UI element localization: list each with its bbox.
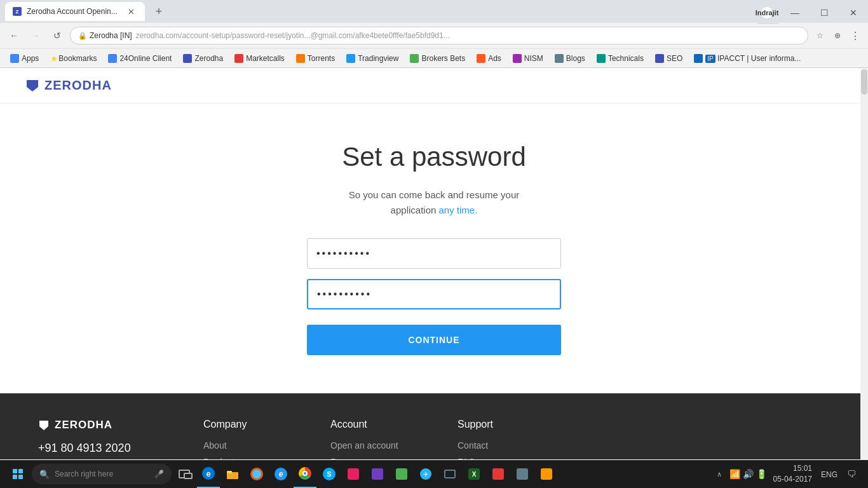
chrome-frame: Z Zerodha Account Openin... ✕ + Indrajit…	[0, 0, 868, 68]
taskbar-search[interactable]: 🔍 Search right here 🎤	[32, 464, 172, 484]
edge-icon: e	[202, 467, 215, 480]
clock[interactable]: 15:01 05-04-2017	[770, 463, 816, 485]
extensions-button[interactable]: ⊕	[830, 28, 845, 43]
password-field-group	[307, 238, 561, 269]
continue-button[interactable]: CONTINUE	[307, 325, 561, 355]
main-content: Set a password So you can come back and …	[0, 104, 868, 393]
bookmark-apps[interactable]: Apps	[5, 53, 44, 64]
calculator-app[interactable]	[511, 460, 534, 488]
footer-company-title: Company	[203, 419, 292, 430]
refresh-button[interactable]: ↺	[48, 27, 66, 44]
tab-title: Zerodha Account Openin...	[27, 7, 118, 16]
bookmark-zerodha[interactable]: Zerodha	[178, 53, 228, 64]
ssl-lock-icon: 🔒	[78, 32, 87, 40]
maximize-button[interactable]: ☐	[810, 1, 839, 24]
back-button[interactable]: ←	[5, 27, 23, 44]
bookmark-marketcalls[interactable]: Marketcalls	[229, 53, 290, 64]
taskbar: 🔍 Search right here 🎤 e	[0, 460, 868, 488]
tab-close-button[interactable]: ✕	[128, 7, 135, 17]
maps-app[interactable]	[390, 460, 413, 488]
address-bar-row: ← → ↺ 🔒 Zerodha [IN] zerodha.com/account…	[0, 23, 868, 48]
torrents-icon	[296, 54, 305, 63]
lang-label: ENG	[821, 470, 837, 479]
svg-marker-1	[39, 421, 48, 430]
volume-icon[interactable]: 🔊	[743, 469, 754, 479]
bookmark-star-button[interactable]: ☆	[812, 28, 827, 43]
firefox-app[interactable]	[245, 460, 268, 488]
scrollbar-thumb[interactable]	[861, 69, 867, 95]
bookmark-fbleads[interactable]: IP IPACCT | User informa...	[689, 53, 806, 64]
explorer-icon	[226, 468, 239, 480]
address-bar[interactable]: 🔒 Zerodha [IN] zerodha.com/account-setup…	[70, 27, 808, 44]
marketcalls-icon	[234, 54, 243, 63]
settings-button[interactable]: ⋮	[848, 28, 863, 43]
search-icon: 🔍	[39, 470, 50, 479]
tradingview-icon	[346, 54, 355, 63]
close-button[interactable]: ✕	[839, 1, 868, 24]
task-view-icon	[179, 470, 190, 478]
bookmark-brokersbets[interactable]: Brokers Bets	[405, 53, 470, 64]
skype-app[interactable]: S	[318, 460, 341, 488]
excel-app[interactable]: X	[463, 460, 485, 488]
bookmark-bookmarks[interactable]: ★ Bookmarks	[45, 52, 102, 65]
explorer-app[interactable]	[221, 460, 244, 488]
technicals-icon	[597, 54, 606, 63]
bookmark-seo[interactable]: SEO	[650, 53, 688, 64]
notification-button[interactable]: 🗨	[843, 460, 860, 488]
footer-logo[interactable]: ZERODHA	[38, 419, 165, 431]
search-placeholder: Search right here	[55, 470, 113, 478]
logo-text: ZERODHA	[44, 78, 112, 93]
bookmark-24online[interactable]: 24Online Client	[103, 53, 177, 64]
new-tab-button[interactable]: +	[150, 3, 168, 20]
logo-icon	[25, 79, 39, 93]
tray-expand-button[interactable]: ∧	[712, 460, 727, 488]
footer-faq-link[interactable]: FAQ	[458, 457, 546, 459]
footer-products-link[interactable]: Products	[203, 457, 292, 459]
password-input[interactable]	[307, 238, 561, 269]
bookmark-tradingview[interactable]: Tradingview	[341, 53, 403, 64]
footer-about-link[interactable]: About	[203, 440, 292, 451]
title-bar: Z Zerodha Account Openin... ✕ + Indrajit…	[0, 0, 868, 23]
ie-icon: e	[275, 468, 287, 480]
app-extra-2-icon	[541, 468, 552, 480]
scrollbar[interactable]	[860, 69, 868, 460]
footer-account-title: Account	[330, 419, 419, 430]
svg-rect-3	[227, 471, 232, 473]
system-tray: ∧ 📶 🔊 🔋 15:01 05-04-2017 ENG 🗨	[712, 460, 863, 488]
mail-app[interactable]	[438, 460, 461, 488]
telegram-app[interactable]: ✈	[414, 460, 437, 488]
edge-app[interactable]: e	[197, 460, 220, 488]
start-button[interactable]	[5, 460, 31, 488]
app-extra-1-icon	[492, 468, 504, 480]
mic-icon[interactable]: 🎤	[154, 470, 164, 478]
forward-button[interactable]: →	[27, 27, 44, 44]
app-extra-1[interactable]	[487, 460, 510, 488]
minimize-button[interactable]: —	[780, 1, 810, 24]
page-content: ZERODHA Set a password So you can come b…	[0, 68, 868, 459]
footer-resources-link[interactable]: Resources	[330, 457, 419, 459]
bookmark-torrents[interactable]: Torrents	[291, 53, 340, 64]
footer-brand: ZERODHA +91 80 4913 2020 𝕏 f 📷 in © 2010…	[38, 419, 165, 459]
footer-col-company: Company About Products Pricing	[203, 419, 292, 459]
footer-contact-link[interactable]: Contact	[458, 440, 546, 451]
address-actions: ☆ ⊕ ⋮	[812, 28, 863, 43]
app-extra-2[interactable]	[535, 460, 558, 488]
bookmark-ads[interactable]: Ads	[471, 53, 506, 64]
chrome-app[interactable]	[294, 460, 316, 488]
subtitle-highlight: any time.	[439, 205, 478, 215]
browser-tab[interactable]: Z Zerodha Account Openin... ✕	[5, 2, 145, 21]
date-display: 05-04-2017	[773, 474, 812, 485]
task-view-button[interactable]	[173, 460, 196, 488]
paint-app[interactable]	[342, 460, 365, 488]
confirm-password-input[interactable]	[307, 279, 561, 309]
ie-app[interactable]: e	[269, 460, 292, 488]
language-selector[interactable]: ENG	[818, 468, 840, 480]
footer-open-account-link[interactable]: Open an account	[330, 440, 419, 451]
affinity-app[interactable]	[366, 460, 389, 488]
bookmark-technicals[interactable]: Technicals	[592, 53, 649, 64]
svg-marker-0	[27, 80, 38, 92]
bookmark-nism[interactable]: NISM	[508, 53, 548, 64]
bookmark-blogs[interactable]: Blogs	[550, 53, 590, 64]
logo[interactable]: ZERODHA	[25, 78, 843, 93]
confirm-password-field-group	[307, 279, 561, 309]
